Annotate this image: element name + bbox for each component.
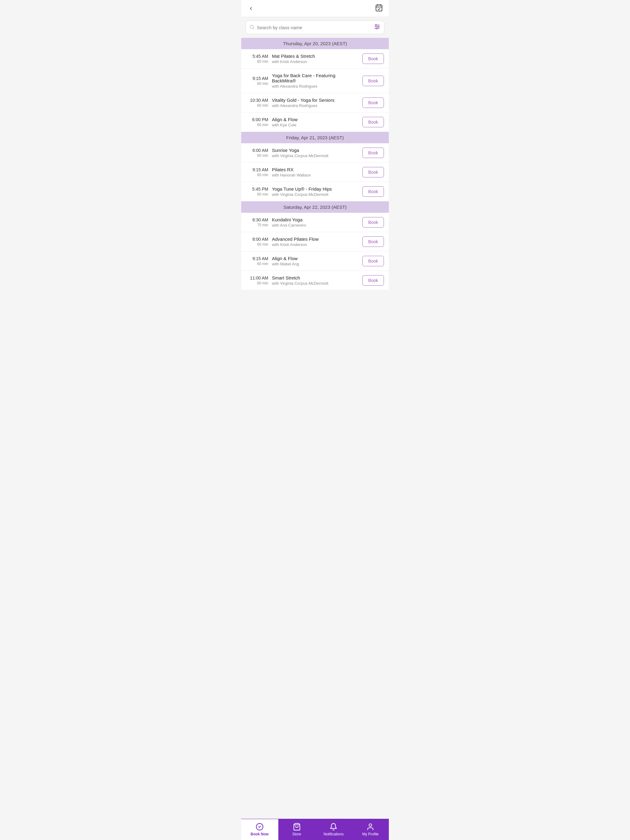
class-info: Vitality Gold - Yoga for Seniors with Al… <box>272 98 359 108</box>
class-time: 5:45 PM 60 min <box>246 186 268 196</box>
class-duration: 60 min <box>246 153 268 158</box>
class-instructor: with Virginia Corpus-McDermott <box>272 192 359 197</box>
class-instructor: with Virginia Corpus-McDermott <box>272 153 359 158</box>
class-duration: 60 min <box>246 59 268 64</box>
search-icon <box>250 25 255 30</box>
class-row: 9:15 AM 60 min Pilates RX with Hanorah W… <box>241 163 389 182</box>
class-time-value: 8:00 AM <box>246 237 268 242</box>
class-duration: 60 min <box>246 173 268 177</box>
filter-icon[interactable] <box>374 24 380 32</box>
class-time: 9:15 AM 60 min <box>246 256 268 266</box>
class-duration: 60 min <box>246 192 268 196</box>
class-info: Pilates RX with Hanorah Wallace <box>272 167 359 177</box>
nav-book-now[interactable]: Book Now <box>241 819 279 840</box>
class-info: Yoga for Back Care - Featuring BackMitra… <box>272 73 359 88</box>
class-name: Align & Flow <box>272 117 359 122</box>
class-instructor: with Ana Carnerero <box>272 223 359 227</box>
header: ‹ <box>241 0 389 17</box>
class-row: 6:30 AM 75 min Kundalini Yoga with Ana C… <box>241 213 389 232</box>
nav-notifications-label: Notifications <box>324 832 343 836</box>
back-button[interactable]: ‹ <box>246 4 256 12</box>
svg-line-5 <box>253 28 254 29</box>
class-instructor: with Alexandra Rodrigues <box>272 84 359 88</box>
class-duration: 60 min <box>246 123 268 127</box>
nav-my-profile[interactable]: My Profile <box>352 819 389 840</box>
class-name: Align & Flow <box>272 256 359 261</box>
class-time-value: 6:00 AM <box>246 148 268 153</box>
class-time: 9:15 AM 60 min <box>246 167 268 177</box>
svg-point-10 <box>378 26 379 27</box>
class-time: 6:00 AM 60 min <box>246 148 268 158</box>
day-header-0: Thursday, Apr 20, 2023 (AEST) <box>241 38 389 49</box>
day-header-1: Friday, Apr 21, 2023 (AEST) <box>241 132 389 143</box>
book-button[interactable]: Book <box>362 237 384 247</box>
class-duration: 75 min <box>246 223 268 227</box>
notifications-icon <box>329 823 337 831</box>
book-button[interactable]: Book <box>362 167 384 177</box>
class-time: 11:00 AM 60 min <box>246 275 268 285</box>
search-bar <box>245 21 385 34</box>
day-header-2: Saturday, Apr 22, 2023 (AEST) <box>241 201 389 213</box>
class-row: 6:00 PM 60 min Align & Flow with Kye Col… <box>241 112 389 132</box>
class-name: Kundalini Yoga <box>272 217 359 222</box>
nav-notifications[interactable]: Notifications <box>315 819 352 840</box>
book-button[interactable]: Book <box>362 256 384 266</box>
class-row: 9:15 AM 60 min Yoga for Back Care - Feat… <box>241 69 389 93</box>
class-row: 11:00 AM 60 min Smart Stretch with Virgi… <box>241 271 389 290</box>
class-time-value: 9:15 AM <box>246 76 268 81</box>
class-time: 9:15 AM 60 min <box>246 76 268 86</box>
class-row: 5:45 AM 60 min Mat Pilates & Stretch wit… <box>241 49 389 69</box>
book-button[interactable]: Book <box>362 186 384 197</box>
class-row: 10:30 AM 60 min Vitality Gold - Yoga for… <box>241 93 389 112</box>
class-name: Yoga for Back Care - Featuring BackMitra… <box>272 73 359 83</box>
book-button[interactable]: Book <box>362 117 384 127</box>
bottom-nav: Book Now Store Notifications My Profile <box>241 819 389 840</box>
class-instructor: with Kristi Anderson <box>272 242 359 247</box>
class-duration: 60 min <box>246 103 268 107</box>
search-input[interactable] <box>257 25 369 30</box>
class-time: 8:00 AM 60 min <box>246 237 268 246</box>
class-time: 6:30 AM 75 min <box>246 217 268 227</box>
book-button[interactable]: Book <box>362 98 384 108</box>
store-icon <box>293 823 301 831</box>
book-button[interactable]: Book <box>362 275 384 286</box>
class-info: Align & Flow with Mabel Ang <box>272 256 359 266</box>
calendar-icon <box>375 4 383 12</box>
nav-book-now-label: Book Now <box>251 832 269 836</box>
profile-icon <box>366 823 374 831</box>
class-name: Smart Stretch <box>272 275 359 280</box>
class-time-value: 10:30 AM <box>246 98 268 103</box>
class-info: Align & Flow with Kye Cole <box>272 117 359 127</box>
class-info: Kundalini Yoga with Ana Carnerero <box>272 217 359 227</box>
class-time-value: 5:45 PM <box>246 186 268 191</box>
book-now-icon <box>256 823 264 831</box>
nav-store[interactable]: Store <box>279 819 315 840</box>
class-time-value: 6:00 PM <box>246 117 268 122</box>
class-time: 10:30 AM 60 min <box>246 98 268 107</box>
svg-rect-0 <box>376 5 382 11</box>
calendar-button[interactable] <box>374 4 384 13</box>
class-time-value: 11:00 AM <box>246 275 268 280</box>
class-instructor: with Virginia Corpus-McDermott <box>272 281 359 286</box>
class-time: 6:00 PM 60 min <box>246 117 268 127</box>
class-name: Yoga Tune Up® - Friday Hips <box>272 186 359 191</box>
class-name: Vitality Gold - Yoga for Seniors <box>272 98 359 103</box>
book-button[interactable]: Book <box>362 54 384 64</box>
class-time-value: 5:45 AM <box>246 54 268 59</box>
book-button[interactable]: Book <box>362 217 384 227</box>
book-button[interactable]: Book <box>362 148 384 158</box>
class-row: 6:00 AM 60 min Sunrise Yoga with Virgini… <box>241 143 389 163</box>
class-time-value: 6:30 AM <box>246 217 268 222</box>
class-row: 8:00 AM 60 min Advanced Pilates Flow wit… <box>241 232 389 251</box>
class-info: Sunrise Yoga with Virginia Corpus-McDerm… <box>272 148 359 158</box>
class-instructor: with Kye Cole <box>272 123 359 127</box>
class-time-value: 9:15 AM <box>246 256 268 261</box>
nav-store-label: Store <box>292 832 301 836</box>
class-instructor: with Kristi Anderson <box>272 59 359 64</box>
class-duration: 60 min <box>246 262 268 266</box>
class-duration: 60 min <box>246 281 268 285</box>
book-button[interactable]: Book <box>362 76 384 86</box>
class-time-value: 9:15 AM <box>246 167 268 172</box>
class-info: Yoga Tune Up® - Friday Hips with Virgini… <box>272 186 359 197</box>
class-instructor: with Alexandra Rodrigues <box>272 103 359 108</box>
